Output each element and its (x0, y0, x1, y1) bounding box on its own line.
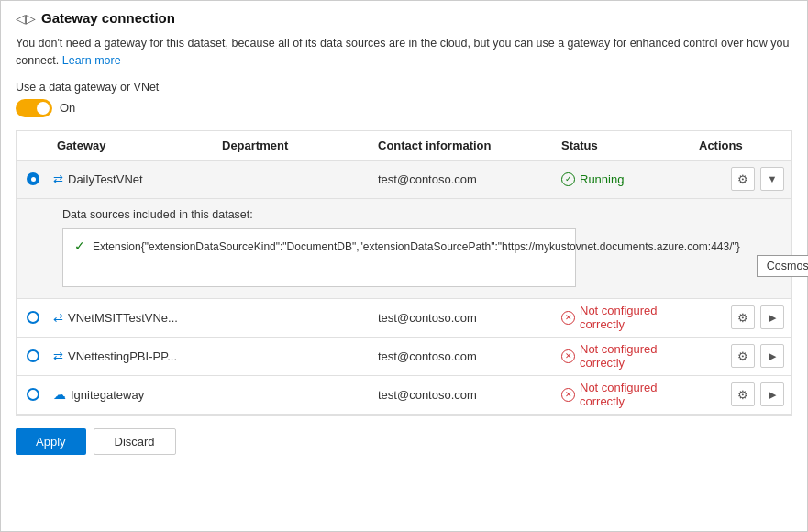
expand-button-1[interactable]: ▼ (760, 167, 784, 191)
toggle-row: On (16, 99, 792, 117)
col-contact: Contact information (371, 139, 554, 152)
status-cell-1: ✓ Running (554, 172, 692, 186)
radio-cell-2[interactable] (17, 311, 50, 324)
table-row: ☁ Ignitegateway test@contoso.com ✕ Not c… (17, 376, 791, 415)
actions-cell-2: ⚙ ▶ (692, 305, 791, 329)
gateway-name-label-2: VNetMSITTestVNe... (68, 311, 178, 325)
status-text-4: Not configured correctly (580, 381, 684, 408)
maps-to-section: Maps to: Cosmos DB Azure SQL Other (747, 238, 808, 277)
radio-cell-3[interactable] (17, 349, 50, 362)
status-text-3: Not configured correctly (580, 342, 684, 370)
running-icon-1: ✓ (561, 172, 575, 186)
settings-button-1[interactable]: ⚙ (731, 167, 755, 191)
actions-cell-3: ⚙ ▶ (692, 344, 791, 368)
gateway-name-4: ☁ Ignitegateway (50, 387, 215, 402)
col-department: Department (215, 139, 371, 152)
gateway-name-3: ⇄ VNettestingPBI-PP... (50, 349, 215, 363)
radio-cell-1[interactable] (17, 172, 50, 185)
table-header: Gateway Department Contact information S… (17, 131, 791, 161)
datasource-check-icon: ✓ (74, 238, 85, 253)
network-icon-2: ⇄ (53, 311, 63, 325)
cloud-upload-icon: ☁ (53, 387, 66, 402)
description-text: You don't need a gateway for this datase… (16, 37, 789, 67)
status-cell-4: ✕ Not configured correctly (554, 381, 692, 408)
contact-cell-3: test@contoso.com (371, 349, 554, 363)
maps-to-select[interactable]: Cosmos DB Azure SQL Other (757, 255, 808, 277)
gateway-icon: ◁▷ (16, 11, 36, 26)
contact-cell-2: test@contoso.com (371, 311, 554, 325)
status-cell-3: ✕ Not configured correctly (554, 342, 692, 370)
status-cell-2: ✕ Not configured correctly (554, 304, 692, 331)
settings-button-3[interactable]: ⚙ (731, 344, 755, 368)
radio-ignite[interactable] (27, 388, 39, 401)
error-icon-3: ✕ (561, 349, 575, 363)
toggle-state: On (60, 101, 75, 115)
panel-footer: Apply Discard (1, 416, 807, 468)
col-gateway: Gateway (50, 139, 215, 152)
learn-more-link[interactable]: Learn more (62, 54, 121, 67)
expanded-datasource-row: Data sources included in this dataset: ✓… (17, 199, 791, 299)
col-actions: Actions (692, 139, 791, 152)
contact-cell-4: test@contoso.com (371, 388, 554, 402)
actions-cell-1: ⚙ ▼ (692, 167, 791, 191)
table-row: ⇄ VNetMSITTestVNe... test@contoso.com ✕ … (17, 299, 791, 338)
status-text-2: Not configured correctly (580, 304, 684, 331)
gateway-name-label-1: DailyTestVNet (68, 172, 143, 186)
gateway-name-label-3: VNettestingPBI-PP... (68, 349, 177, 363)
expand-button-3[interactable]: ▶ (760, 344, 784, 368)
network-icon-1: ⇄ (53, 172, 63, 186)
radio-vnetmsit[interactable] (27, 311, 39, 324)
panel-title: Gateway connection (41, 10, 175, 26)
datasource-text: Extension{"extensionDataSourceKind":"Doc… (93, 238, 740, 255)
error-icon-2: ✕ (561, 311, 575, 325)
gateway-toggle[interactable] (16, 99, 52, 117)
gateway-table: Gateway Department Contact information S… (16, 130, 792, 416)
radio-dailytestvnet[interactable] (27, 172, 39, 185)
table-row: ⇄ DailyTestVNet test@contoso.com ✓ Runni… (17, 161, 791, 199)
network-icon-3: ⇄ (53, 349, 63, 363)
gateway-name-label-4: Ignitegateway (71, 388, 144, 402)
error-icon-4: ✕ (561, 388, 575, 402)
datasource-box: ✓ Extension{"extensionDataSourceKind":"D… (62, 228, 576, 287)
radio-cell-4[interactable] (17, 388, 50, 401)
gateway-name-1: ⇄ DailyTestVNet (50, 172, 215, 186)
expand-button-4[interactable]: ▶ (760, 382, 784, 406)
settings-button-2[interactable]: ⚙ (731, 305, 755, 329)
gateway-name-2: ⇄ VNetMSITTestVNe... (50, 311, 215, 325)
radio-vnettesting[interactable] (27, 349, 39, 362)
toggle-label: Use a data gateway or VNet (16, 81, 792, 94)
datasource-label: Data sources included in this dataset: (62, 208, 777, 221)
panel-header: ◁▷ Gateway connection (1, 1, 807, 31)
contact-cell-1: test@contoso.com (371, 172, 554, 186)
panel-description: You don't need a gateway for this datase… (1, 31, 807, 73)
table-row: ⇄ VNettestingPBI-PP... test@contoso.com … (17, 338, 791, 376)
status-text-1: Running (580, 172, 624, 186)
col-status: Status (554, 139, 692, 152)
discard-button[interactable]: Discard (94, 428, 176, 455)
apply-button[interactable]: Apply (16, 428, 86, 455)
toggle-section: Use a data gateway or VNet On (1, 73, 807, 123)
expand-button-2[interactable]: ▶ (760, 305, 784, 329)
actions-cell-4: ⚙ ▶ (692, 382, 791, 406)
gateway-connection-panel: ◁▷ Gateway connection You don't need a g… (0, 0, 808, 532)
settings-button-4[interactable]: ⚙ (731, 382, 755, 406)
